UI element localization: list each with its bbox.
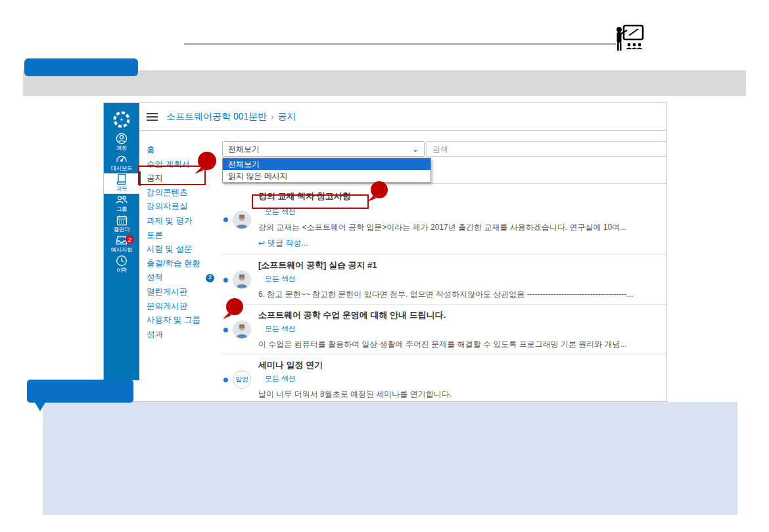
app-header: 소프트웨어공학 001분반›공지 [139, 103, 667, 131]
breadcrumb-course-link[interactable]: 소프트웨어공학 001분반 [166, 111, 267, 122]
announcement-row[interactable]: 소프트웨어 공학 수업 운영에 대해 안내 드립니다. 모든 섹션 이 수업은 … [222, 305, 667, 355]
announcement-body-preview: 날이 너무 더워서 8월초로 예정된 세미나를 연기합니다. [258, 389, 634, 400]
posted-date: 2020 11월9일 오후 1:36 [634, 334, 667, 344]
announcement-section: 모든 섹션 [265, 374, 634, 384]
search-box [426, 141, 667, 157]
course-nav-item-시험 및 설문[interactable]: 시험 및 설문 [139, 242, 222, 257]
chevron-down-icon: ⌄ [412, 146, 419, 152]
hamburger-menu-icon[interactable] [147, 111, 158, 123]
unread-dot-icon [223, 278, 228, 282]
lms-app-window: 계정 대시보드 과목 그룹 캘린더 2 메시지함 이력 [103, 102, 667, 402]
posted-label: 게시일시: [634, 216, 667, 227]
callout-circle-3 [221, 297, 250, 326]
posted-date: 2020 11월9일 오후 1:37 [634, 229, 667, 239]
global-nav-sidebar: 계정 대시보드 과목 그룹 캘린더 2 메시지함 이력 [104, 103, 139, 380]
announcement-section: 모든 섹션 [265, 324, 634, 334]
announcement-title[interactable]: 소프트웨어 공학 수업 운영에 대해 안내 드립니다. [258, 309, 634, 321]
presenter-at-whiteboard-icon [613, 24, 645, 56]
history-icon [116, 255, 128, 267]
global-nav-history[interactable]: 이력 [104, 255, 139, 275]
posted-label: 게시일시: [634, 271, 667, 282]
announcement-list: 강의 교재 책자 참고사항 모든 섹션 강의 교재는 <소프트웨어 공학 입문>… [222, 184, 667, 402]
announcement-title[interactable]: [소프트웨어 공학] 실습 공지 #1 [258, 259, 634, 271]
avatar: 알없 [233, 370, 251, 389]
reply-arrow-icon: ↩ [258, 238, 265, 248]
posted-label: 게시일시: [634, 370, 667, 382]
filter-option[interactable]: 전체보기 [223, 158, 431, 170]
person-photo-icon [233, 211, 250, 229]
reply-link[interactable]: ↩댓글 작성... [258, 238, 634, 249]
canvas-logo-icon[interactable] [104, 106, 139, 133]
announcement-body-preview: 6. 참고 문헌~~ 참고한 문헌이 있다면 첨부. 없으면 작성하지않아도 상… [258, 289, 634, 300]
unread-dot-icon [223, 378, 228, 382]
nav-unread-badge: 2 [126, 235, 134, 244]
course-nav-item-사용자 및 그룹[interactable]: 사용자 및 그룹 [139, 313, 222, 328]
course-nav-item-열린게시판[interactable]: 열린게시판 [139, 285, 222, 299]
slide-callout-bubble [27, 380, 133, 403]
callout-circle-1 [193, 150, 223, 180]
course-nav-item-강의자료실[interactable]: 강의자료실 [139, 200, 222, 214]
course-nav-item-강의콘텐츠[interactable]: 강의콘텐츠 [139, 186, 222, 200]
announcements-content: 전체보기 ⌄ 전체보기읽지 않은 메시지 외부 피드 [222, 131, 667, 402]
search-input[interactable] [432, 144, 667, 154]
person-photo-icon [233, 271, 250, 289]
global-nav-dashboard[interactable]: 대시보드 [104, 153, 139, 173]
global-nav-courses[interactable]: 과목 [104, 173, 139, 194]
callout-circle-2 [365, 180, 394, 209]
announcement-title[interactable]: 세미나 일정 연기 [258, 359, 634, 371]
breadcrumb-page-link[interactable]: 공지 [278, 111, 296, 122]
courses-icon [116, 173, 127, 185]
slide-divider-line [184, 43, 616, 45]
announcement-body-preview: 강의 교재는 <소프트웨어 공학 입문>이라는 제가 2017년 출간한 교재를… [258, 222, 634, 233]
annotation-box-title [252, 194, 369, 209]
slide-title-tab [24, 58, 138, 76]
course-nav-item-과제 및 평가[interactable]: 과제 및 평가 [139, 214, 222, 229]
global-nav-account[interactable]: 계정 [104, 133, 139, 153]
posted-label: 게시일시: [634, 321, 667, 332]
announcement-body-preview: 이 수업은 컴퓨터를 활용하여 일상 생활에 주어진 문제를 해결할 수 있도록… [258, 339, 634, 350]
course-nav-item-성적[interactable]: 성적 2 [139, 271, 222, 285]
groups-icon [115, 194, 128, 205]
announcement-section: 모든 섹션 [265, 274, 634, 284]
posted-date: 2020 11월9일 오후 1:36 [634, 284, 667, 294]
avatar [233, 271, 251, 289]
announcement-row[interactable]: [소프트웨어 공학] 실습 공지 #1 모든 섹션 6. 참고 문헌~~ 참고한… [222, 255, 667, 305]
global-nav-inbox[interactable]: 2 메시지함 [104, 234, 139, 255]
filter-dropdown-list: 전체보기읽지 않은 메시지 [222, 158, 431, 183]
avatar [233, 211, 251, 229]
account-icon [116, 133, 128, 144]
grades-count-badge: 2 [206, 274, 214, 282]
global-nav-groups[interactable]: 그룹 [104, 194, 139, 214]
course-nav-item-문의게시판[interactable]: 문의게시판 [139, 299, 222, 314]
announcement-filter-select[interactable]: 전체보기 ⌄ [222, 141, 425, 157]
announcement-row[interactable]: 알없 세미나 일정 연기 모든 섹션 날이 너무 더워서 8월초로 예정된 세미… [222, 355, 667, 402]
filter-option[interactable]: 읽지 않은 메시지 [223, 170, 431, 182]
slide-callout-bubble-tail [34, 401, 47, 412]
breadcrumb-separator: › [271, 112, 273, 122]
unread-dot-icon [223, 328, 228, 332]
filter-selected-value: 전체보기 [228, 144, 260, 155]
course-nav-item-출결/학습 현황[interactable]: 출결/학습 현황 [139, 257, 222, 271]
global-nav-calendar[interactable]: 캘린더 [104, 214, 139, 234]
breadcrumb: 소프트웨어공학 001분반›공지 [166, 111, 296, 123]
dashboard-icon [116, 153, 128, 165]
course-nav-item-성과[interactable]: 성과 [139, 328, 222, 342]
calendar-icon [116, 215, 128, 226]
slide-notes-panel [43, 402, 737, 515]
unread-dot-icon [223, 217, 228, 222]
course-nav-item-토론[interactable]: 토론 [139, 229, 222, 243]
